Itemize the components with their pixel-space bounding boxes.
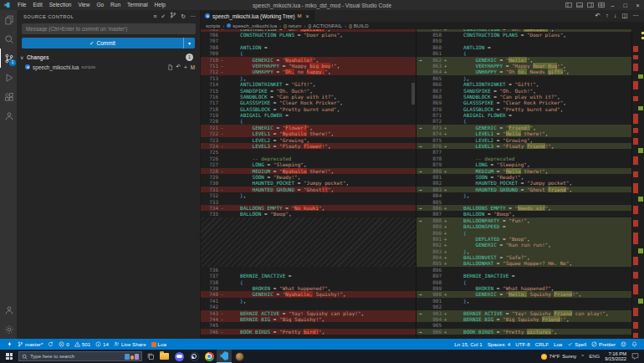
- code-line-719[interactable]: 719 ABIGAIL_FLOWER =: [201, 112, 416, 118]
- tab-working-tree[interactable]: speech_mikochi.lua (Working Tree) M ×: [201, 10, 314, 22]
- code-line-890[interactable]: 890+ {: [417, 230, 631, 236]
- code-line-730[interactable]: 730 HAUNTED_POCKET = "Jumpy pocket",: [201, 180, 416, 186]
- code-line-898[interactable]: 898 {: [417, 279, 631, 285]
- split-editor-icon[interactable]: ◫: [621, 10, 627, 22]
- breadcrumb-item-build[interactable]: {}BUILD: [349, 23, 368, 28]
- maximize-button[interactable]: □: [619, 0, 631, 10]
- activity-source-control-icon[interactable]: 1: [0, 49, 17, 68]
- code-line-892[interactable]: 892+ GENERIC = "Run run run!",: [417, 242, 631, 248]
- code-line-879[interactable]: 879 LONG = "Sleeping",: [417, 161, 631, 167]
- code-line-716[interactable]: 716 SANDBLOCK = "Can play with it?",: [201, 94, 416, 100]
- code-line-882[interactable]: 882 HAUNTED_POCKET = "Jumpy pocket",: [417, 180, 631, 186]
- code-line-869[interactable]: 869 GLASSSPIKE = "Clear Rock Pricker",: [417, 100, 631, 105]
- code-line-721[interactable]: 721- GENERIC = "Flower?",: [201, 125, 416, 130]
- status-live-share[interactable]: Live Share: [111, 341, 149, 347]
- diff-change-arrow-icon[interactable]: →: [417, 125, 424, 130]
- code-line-724[interactable]: 724- LEVEL3 = "Floaty flower!",: [201, 143, 416, 149]
- code-line-894[interactable]: 894+ BALLOONVEST = "Safe?",: [417, 254, 631, 260]
- discard-icon[interactable]: ↶: [595, 10, 601, 22]
- code-line-722[interactable]: 722- LEVEL1 = "Nyahallo there!",: [201, 130, 416, 136]
- code-line-871[interactable]: 871 ABIGAIL_FLOWER =: [417, 112, 631, 118]
- menu-file[interactable]: File: [14, 0, 29, 10]
- discard-changes-icon[interactable]: ↶: [176, 64, 181, 70]
- code-line-742[interactable]: 742: [201, 304, 416, 309]
- status-spell-checker[interactable]: Spell: [565, 341, 589, 347]
- status-lua-status[interactable]: Lua: [149, 341, 169, 347]
- layout-sidebar-right-toggle-icon[interactable]: [585, 0, 595, 10]
- code-line-709[interactable]: 709 {: [201, 50, 416, 56]
- menu-help[interactable]: Help: [151, 0, 169, 10]
- code-line-864[interactable]: 864+ UNHAPPY = "Oh no. Needs gifts",: [417, 69, 631, 74]
- overview-ruler[interactable]: [631, 29, 644, 339]
- layout-sidebar-toggle-icon[interactable]: [563, 0, 574, 10]
- status-prettier[interactable]: Prettier: [589, 341, 618, 347]
- code-line-868[interactable]: 868 SANDBLOCK = "Can play with it?",: [417, 94, 631, 100]
- code-line-740[interactable]: 740- GENERIC = "Nyahallo, Squishy!",: [201, 291, 416, 297]
- breadcrumb-item-return[interactable]: {}return: [284, 23, 301, 28]
- code-line-723[interactable]: 723 LEVEL2 = "Growing",: [201, 137, 416, 143]
- code-line-714[interactable]: 714 ANTLIONTRINKET = "Gift!",: [201, 81, 416, 87]
- code-line-710[interactable]: 710- GENERIC = "Nyahallo!",: [201, 57, 416, 63]
- stage-changes-icon[interactable]: +: [184, 64, 187, 70]
- code-line-902[interactable]: 902: [417, 304, 631, 309]
- commit-message-input[interactable]: [22, 23, 196, 34]
- layout-grid-toggle-icon[interactable]: [595, 0, 606, 10]
- status-problems-errors[interactable]: 0: [56, 341, 71, 347]
- code-line-737[interactable]: 737 BERNIE_INACTIVE =: [201, 273, 416, 279]
- more-icon[interactable]: ⋯: [190, 13, 196, 21]
- refresh-icon[interactable]: ↻: [181, 13, 186, 21]
- code-line-717[interactable]: 717 GLASSSPIKE = "Clear Rock Pricker",: [201, 100, 416, 105]
- code-line-858[interactable]: 858 CONSTRUCTION_PLANS = "Door plans",: [417, 32, 631, 38]
- task-view-button[interactable]: [145, 350, 156, 363]
- code-line-731[interactable]: 731- HAUNTED_GROUND = "Ghost!!",: [201, 187, 416, 192]
- code-line-893[interactable]: 893+ },: [417, 248, 631, 254]
- status-language-mode[interactable]: Lua: [551, 341, 565, 347]
- menu-terminal[interactable]: Terminal: [124, 0, 151, 10]
- breadcrumb-item-speech-mikochi-lua[interactable]: speech_mikochi.lua: [227, 23, 277, 28]
- diff-change-arrow-icon[interactable]: →: [417, 291, 424, 297]
- code-line-746[interactable]: 746- BOOK_BIRDS = "Pretty bird!",: [201, 329, 416, 335]
- code-line-862[interactable]: →862+ GENERIC = "Hello!",: [417, 57, 631, 63]
- status-notifications[interactable]: [629, 341, 640, 347]
- code-line-889[interactable]: 889+ BALLOONSPEED =: [417, 223, 631, 229]
- diff-change-arrow-icon[interactable]: →: [417, 310, 424, 316]
- code-line-905[interactable]: 905: [417, 322, 631, 328]
- menu-selection[interactable]: Selection: [46, 0, 75, 10]
- code-line-727[interactable]: 727 LONG = "Sleeping",: [201, 161, 416, 167]
- code-line-744[interactable]: 744- BERNIE_BIG = "Big Squishy!",: [201, 316, 416, 322]
- changed-file-row[interactable]: speech_mikochi.lua scripts ↶+M: [17, 62, 200, 72]
- menu-run[interactable]: Run: [107, 0, 124, 10]
- activity-settings-icon[interactable]: [0, 320, 17, 339]
- minimize-button[interactable]: –: [606, 0, 619, 10]
- weather-widget[interactable]: 74°F Sunny: [541, 354, 577, 360]
- code-line-739[interactable]: 739 BROKEN = "What happened?",: [201, 285, 416, 291]
- diff-change-arrow-icon[interactable]: →: [417, 187, 424, 192]
- activity-account-icon[interactable]: [0, 300, 17, 320]
- code-line-885[interactable]: 885: [417, 199, 631, 205]
- diff-change-arrow-icon[interactable]: →: [417, 57, 424, 63]
- hidden-icons-button[interactable]: ^: [581, 354, 584, 359]
- menu-view[interactable]: View: [74, 0, 93, 10]
- code-line-878[interactable]: 878 -- deprecated: [417, 156, 631, 161]
- code-line-875[interactable]: 875 LEVEL2 = "Growing",: [417, 137, 631, 143]
- status-sync-status[interactable]: [45, 341, 56, 347]
- code-line-884[interactable]: 884 },: [417, 192, 631, 198]
- status-remote-indicator[interactable]: [4, 341, 15, 347]
- code-line-728[interactable]: 728- MEDIUM = "Nyahallo there!",: [201, 168, 416, 174]
- diff-change-arrow-icon[interactable]: →: [417, 329, 424, 335]
- code-line-880[interactable]: →880+ MEDIUM = "Hello there!",: [417, 168, 631, 174]
- menu-go[interactable]: Go: [93, 0, 107, 10]
- activity-remote-icon[interactable]: [0, 106, 17, 125]
- scrollbar-thumb[interactable]: [411, 83, 415, 105]
- clock[interactable]: 7:16 PM 9/15/2022: [605, 351, 626, 362]
- code-line-718[interactable]: 718 GLASSBLOCK = "Pretty burnt sand",: [201, 106, 416, 112]
- code-line-895[interactable]: 895+ BALLOONHAT = "Squee Hopper? Hm. No"…: [417, 260, 631, 266]
- status-encoding[interactable]: UTF-8: [513, 341, 533, 347]
- taskbar-app-game[interactable]: [232, 350, 247, 363]
- code-line-738[interactable]: 738 {: [201, 279, 416, 285]
- status-problems-warnings[interactable]: 501: [72, 341, 93, 347]
- code-line-729[interactable]: 729 SOON = "Ready!",: [201, 174, 416, 180]
- code-line-870[interactable]: 870 GLASSBLOCK = "Pretty burnt sand",: [417, 106, 631, 112]
- code-line-743[interactable]: 743- BERNIE_ACTIVE = "Yay! Squishy can p…: [201, 310, 416, 316]
- code-line-734[interactable]: 734- BALLOONS_EMPTY = "No kuuki",: [201, 205, 416, 211]
